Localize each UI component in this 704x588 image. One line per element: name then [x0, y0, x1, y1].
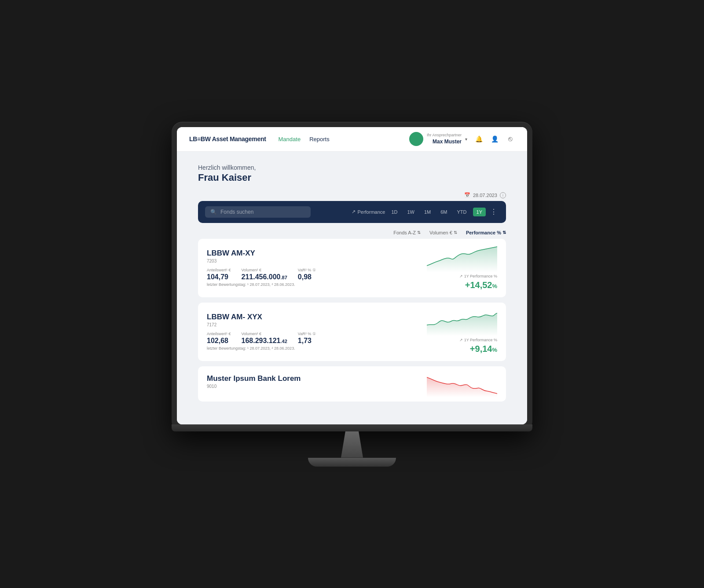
- fund-right-3: [427, 371, 497, 397]
- fund-list: LBBW AM-XY 7203 Anteilswert¹ € 104,79 Vo…: [198, 239, 506, 402]
- welcome-section: Herzlich willkommen, Frau Kaiser: [198, 164, 506, 183]
- user-text: Ihr Ansprechpartner Max Muster: [427, 133, 462, 145]
- more-icon[interactable]: ⋮: [488, 208, 499, 216]
- metric-val-1: VaR² % ① 0,98: [298, 268, 316, 281]
- metric-volumen-2: Volumen² € 168.293.121.42: [242, 332, 287, 345]
- chart-1: [427, 246, 497, 272]
- fund-right-2: ↗ 1Y Performance % +9,14%: [427, 310, 497, 354]
- main-content: Herzlich willkommen, Frau Kaiser 📅 28.07…: [177, 152, 527, 424]
- user-name: Max Muster: [433, 139, 462, 145]
- time-btn-1d[interactable]: 1D: [388, 208, 401, 216]
- monitor-container: LB≡BW Asset Management Mandate Reports I…: [172, 122, 532, 467]
- monitor-outer: LB≡BW Asset Management Mandate Reports I…: [172, 122, 532, 431]
- search-input-wrap[interactable]: 🔍: [205, 206, 311, 218]
- toolbar-right: ↗ Performance 1D 1W 1M 6M YTD 1Y ⋮: [352, 208, 499, 216]
- stand-neck: [330, 431, 374, 458]
- nav-links: Mandate Reports: [279, 134, 330, 144]
- nav-mandate[interactable]: Mandate: [279, 134, 301, 144]
- nav-left: LB≡BW Asset Management Mandate Reports: [189, 134, 330, 144]
- navbar: LB≡BW Asset Management Mandate Reports I…: [177, 127, 527, 152]
- time-btn-1m[interactable]: 1M: [421, 208, 434, 216]
- bewertung-1: letzter Bewertungstag: ¹ 28.07.2023, ² 2…: [207, 282, 316, 287]
- stand-base: [308, 458, 396, 467]
- trend-icon: ↗: [352, 209, 356, 215]
- logo: LB≡BW Asset Management: [189, 135, 266, 142]
- perf-badge-1: ↗ 1Y Performance %: [459, 274, 497, 278]
- perf-value-1: +14,52%: [465, 280, 497, 290]
- time-btn-1w[interactable]: 1W: [403, 208, 418, 216]
- fund-metrics-2: Anteilswert¹ € 102,68 Volumen² € 168.293…: [207, 332, 316, 345]
- sort-fonds-az[interactable]: Fonds A-Z ⇅: [393, 230, 421, 235]
- date-text: 28.07.2023: [473, 193, 497, 198]
- chart-3: [427, 371, 497, 397]
- fund-id-2: 7172: [207, 322, 316, 327]
- bell-icon[interactable]: 🔔: [474, 135, 483, 143]
- fund-card-lbbw-am-xyx[interactable]: LBBW AM- XYX 7172 Anteilswert¹ € 102,68 …: [198, 303, 506, 361]
- fund-card-lbbw-am-xy[interactable]: LBBW AM-XY 7203 Anteilswert¹ € 104,79 Vo…: [198, 239, 506, 297]
- metric-anteilswert-2: Anteilswert¹ € 102,68: [207, 332, 231, 345]
- time-btn-6m[interactable]: 6M: [437, 208, 451, 216]
- avatar: [409, 132, 423, 146]
- search-input[interactable]: [220, 209, 305, 215]
- monitor-chin: [172, 424, 532, 431]
- time-btn-ytd[interactable]: YTD: [454, 208, 470, 216]
- info-icon: i: [500, 192, 506, 198]
- chevron-down-icon[interactable]: ▾: [465, 137, 467, 142]
- chart-2: [427, 310, 497, 336]
- time-btn-1y[interactable]: 1Y: [473, 208, 486, 216]
- user-icon[interactable]: 👤: [490, 135, 499, 143]
- logo-lb: LB≡BW: [189, 135, 211, 142]
- user-info: Ihr Ansprechpartner Max Muster ▾: [409, 132, 467, 146]
- logout-icon[interactable]: ⎋: [506, 135, 515, 143]
- fund-right-1: ↗ 1Y Performance % +14,52%: [427, 246, 497, 290]
- metric-volumen-1: Volumen² € 211.456.000.87: [242, 268, 287, 281]
- sort-performance[interactable]: Performance % ⇅: [466, 230, 506, 235]
- metric-anteilswert-1: Anteilswert¹ € 104,79: [207, 268, 231, 281]
- nav-right: Ihr Ansprechpartner Max Muster ▾ 🔔 👤 ⎋: [409, 132, 515, 146]
- fund-metrics-1: Anteilswert¹ € 104,79 Volumen² € 211.456…: [207, 268, 316, 281]
- fund-left-1: LBBW AM-XY 7203 Anteilswert¹ € 104,79 Vo…: [207, 249, 316, 287]
- fund-name-3: Muster Ipsum Bank Lorem: [207, 374, 301, 383]
- fund-id-1: 7203: [207, 259, 316, 263]
- welcome-title: Frau Kaiser: [198, 172, 506, 183]
- date-bar: 📅 28.07.2023 i: [198, 192, 506, 198]
- metric-val-2: VaR² % ① 1,73: [298, 332, 316, 345]
- sort-row: Fonds A-Z ⇅ Volumen € ⇅ Performance % ⇅: [198, 230, 506, 235]
- fund-card-muster[interactable]: Muster Ipsum Bank Lorem 9010: [198, 366, 506, 402]
- welcome-subtitle: Herzlich willkommen,: [198, 164, 506, 171]
- logo-suffix: Asset Management: [211, 135, 266, 142]
- sort-volumen[interactable]: Volumen € ⇅: [429, 230, 457, 235]
- fund-left-2: LBBW AM- XYX 7172 Anteilswert¹ € 102,68 …: [207, 313, 316, 351]
- search-toolbar: 🔍 ↗ Performance 1D 1W 1M 6M YTD 1Y: [198, 201, 506, 223]
- bewertung-2: letzter Bewertungstag: ¹ 28.07.2023, ² 2…: [207, 346, 316, 351]
- user-label: Ihr Ansprechpartner: [427, 133, 462, 137]
- calendar-icon: 📅: [464, 192, 470, 198]
- fund-left-3: Muster Ipsum Bank Lorem 9010: [207, 374, 301, 393]
- sort-az-icon: ⇅: [417, 230, 421, 235]
- perf-badge-2: ↗ 1Y Performance %: [459, 338, 497, 342]
- logo-text: LB≡BW Asset Management: [189, 135, 266, 142]
- search-icon: 🔍: [210, 209, 217, 215]
- fund-name-1: LBBW AM-XY: [207, 249, 316, 258]
- screen: LB≡BW Asset Management Mandate Reports I…: [177, 127, 527, 424]
- sort-vol-icon: ⇅: [454, 230, 457, 235]
- perf-value-2: +9,14%: [470, 344, 497, 354]
- fund-id-3: 9010: [207, 384, 301, 389]
- nav-reports[interactable]: Reports: [309, 134, 330, 144]
- sort-perf-icon: ⇅: [502, 230, 506, 235]
- perf-label: ↗ Performance: [352, 209, 385, 215]
- fund-name-2: LBBW AM- XYX: [207, 313, 316, 321]
